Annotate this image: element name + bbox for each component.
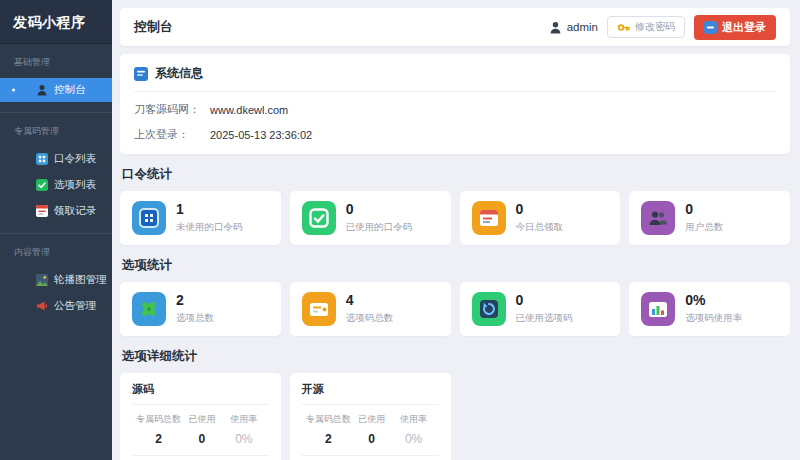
key-icon	[617, 21, 630, 34]
picture-icon	[36, 274, 48, 286]
stat-card-used-option-codes: 0 已使用选项码	[460, 282, 621, 336]
logout-icon	[704, 21, 717, 34]
stat-card-unused-passwords: 1 未使用的口令码	[120, 191, 281, 245]
stat-label: 选项码总数	[346, 312, 394, 325]
detail-card-title: 源码	[132, 382, 269, 405]
page-title: 控制台	[134, 18, 173, 36]
sidebar-section-label: 基础管理	[0, 48, 112, 76]
stat-value: 0%	[685, 293, 742, 308]
detail-column: 使用率 0%	[393, 413, 435, 446]
stat-value: 0	[685, 202, 723, 217]
console-person-icon	[36, 84, 48, 96]
stat-card-today-claims: 0 今日总领取	[460, 191, 621, 245]
sidebar-item-carousel[interactable]: 轮播图管理	[0, 268, 112, 292]
username: admin	[567, 21, 598, 33]
password-stats-row: 1 未使用的口令码 0 已使用的口令码 0 今日总领取	[120, 191, 790, 245]
sidebar-section-codes: 专属码管理 口令列表 选项列表 领取记录	[0, 112, 112, 233]
keypad-icon	[132, 201, 166, 235]
sidebar: 发码小程序 基础管理 控制台 专属码管理 口令列表 选项列表	[0, 0, 112, 460]
info-label: 上次登录：	[134, 127, 210, 142]
last-login-time: 2025-05-13 23:36:02	[210, 129, 312, 141]
detail-card-footer	[302, 455, 439, 460]
info-label: 刀客源码网：	[134, 102, 210, 117]
refresh-icon	[472, 292, 506, 326]
stat-value: 0	[346, 202, 413, 217]
sidebar-section-basic: 基础管理 控制台	[0, 44, 112, 112]
detail-card-open-source: 开源 专属码总数 2 已使用 0 使用率 0%	[290, 373, 451, 460]
detail-card-footer	[132, 455, 269, 460]
stat-label: 用户总数	[685, 221, 723, 234]
stat-value: 1	[176, 202, 243, 217]
sidebar-item-announcements[interactable]: 公告管理	[0, 294, 112, 318]
header-actions: admin 修改密码 退出登录	[549, 15, 776, 40]
stat-card-total-users: 0 用户总数	[629, 191, 790, 245]
sidebar-item-password-list[interactable]: 口令列表	[0, 147, 112, 171]
option-detail-stats-title: 选项详细统计	[122, 348, 788, 365]
detail-columns: 专属码总数 2 已使用 0 使用率 0%	[302, 405, 439, 455]
stat-label: 今日总领取	[516, 221, 564, 234]
keypad-icon	[36, 153, 48, 165]
stat-card-total-option-codes: 4 选项码总数	[290, 282, 451, 336]
sidebar-item-claim-records[interactable]: 领取记录	[0, 199, 112, 223]
sidebar-section-content: 内容管理 轮播图管理 公告管理	[0, 233, 112, 328]
app-title: 发码小程序	[0, 0, 112, 44]
user-avatar-icon	[549, 21, 562, 34]
detail-column: 已使用 0	[351, 413, 393, 446]
stat-value: 4	[346, 293, 394, 308]
sidebar-item-label: 轮播图管理	[54, 273, 107, 287]
password-stats-title: 口令统计	[122, 166, 788, 183]
sidebar-item-label: 公告管理	[54, 299, 96, 313]
info-icon	[134, 67, 148, 81]
sidebar-section-label: 内容管理	[0, 238, 112, 266]
sidebar-item-label: 控制台	[54, 83, 86, 97]
detail-column: 专属码总数 2	[306, 413, 351, 446]
detail-card-title: 开源	[302, 382, 439, 405]
stat-value: 0	[516, 293, 573, 308]
stat-label: 选项总数	[176, 312, 214, 325]
stat-label: 已使用选项码	[516, 312, 573, 325]
detail-columns: 专属码总数 2 已使用 0 使用率 0%	[132, 405, 269, 455]
option-stats-title: 选项统计	[122, 257, 788, 274]
top-header-bar: 控制台 admin 修改密码 退出登录	[120, 8, 790, 46]
system-info-card: 系统信息 刀客源码网： www.dkewl.com 上次登录： 2025-05-…	[120, 54, 790, 154]
calendar-icon	[36, 205, 48, 217]
current-user: admin	[549, 21, 598, 34]
logout-button[interactable]: 退出登录	[694, 15, 776, 40]
sidebar-item-label: 领取记录	[54, 204, 96, 218]
sidebar-item-label: 口令列表	[54, 152, 96, 166]
stat-card-option-usage-rate: 0% 选项码使用率	[629, 282, 790, 336]
stat-value: 2	[176, 293, 214, 308]
stat-value: 0	[516, 202, 564, 217]
calendar-icon	[472, 201, 506, 235]
detail-column: 使用率 0%	[223, 413, 265, 446]
megaphone-icon	[36, 300, 48, 312]
option-detail-row: 源码 专属码总数 2 已使用 0 使用率 0% 开源	[120, 373, 790, 460]
stat-card-used-passwords: 0 已使用的口令码	[290, 191, 451, 245]
site-url: www.dkewl.com	[210, 104, 288, 116]
check-icon	[302, 201, 336, 235]
option-stats-row: 2 选项总数 4 选项码总数 0 已使用选项码	[120, 282, 790, 336]
checkbox-icon	[36, 179, 48, 191]
sidebar-item-option-list[interactable]: 选项列表	[0, 173, 112, 197]
detail-column: 专属码总数 2	[136, 413, 181, 446]
system-info-row: 上次登录： 2025-05-13 23:36:02	[134, 127, 776, 142]
detail-card-source-code: 源码 专属码总数 2 已使用 0 使用率 0%	[120, 373, 281, 460]
stat-label: 选项码使用率	[685, 312, 742, 325]
stat-label: 已使用的口令码	[346, 221, 413, 234]
detail-column: 已使用 0	[181, 413, 223, 446]
system-info-header: 系统信息	[134, 65, 776, 92]
card-icon	[302, 292, 336, 326]
chart-icon	[641, 292, 675, 326]
sidebar-item-label: 选项列表	[54, 178, 96, 192]
puzzle-icon	[132, 292, 166, 326]
change-password-button[interactable]: 修改密码	[607, 16, 685, 38]
sidebar-section-label: 专属码管理	[0, 117, 112, 145]
main-content: 控制台 admin 修改密码 退出登录	[112, 0, 800, 460]
stat-label: 未使用的口令码	[176, 221, 243, 234]
system-info-row: 刀客源码网： www.dkewl.com	[134, 102, 776, 117]
sidebar-item-console[interactable]: 控制台	[0, 78, 112, 102]
users-icon	[641, 201, 675, 235]
stat-card-total-options: 2 选项总数	[120, 282, 281, 336]
